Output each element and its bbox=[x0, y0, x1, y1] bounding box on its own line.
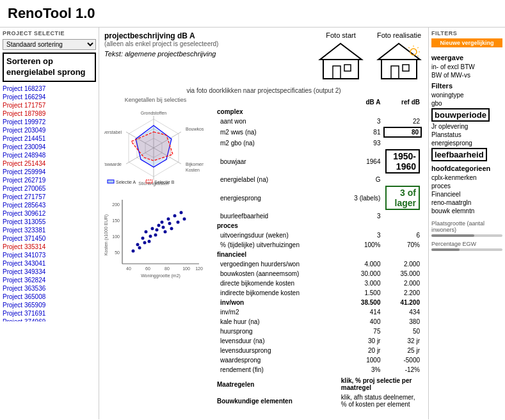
project-item[interactable]: Project 365008 bbox=[3, 293, 96, 301]
svg-text:Bijkomende: Bijkomende bbox=[186, 162, 204, 167]
section-proces: proces bbox=[215, 222, 422, 230]
row-buurleefbaarheid: buurleefbaarheid 3 bbox=[215, 212, 422, 220]
project-item[interactable]: Project 285643 bbox=[3, 201, 96, 209]
filter-in-excl-btw[interactable]: in- of excl BTW bbox=[431, 63, 502, 71]
svg-point-52 bbox=[145, 230, 148, 234]
project-item[interactable]: Project 363536 bbox=[3, 284, 96, 293]
project-item[interactable]: Project 349334 bbox=[3, 268, 96, 276]
svg-point-54 bbox=[151, 227, 154, 230]
project-item[interactable]: Project 362824 bbox=[3, 276, 96, 284]
project-desc-text: Tekst: algemene projectbeschrijving bbox=[104, 50, 310, 58]
filter-proces[interactable]: proces bbox=[431, 182, 502, 190]
row-bouwkosten: bouwkosten (aanneemsom) 30.000 35.000 bbox=[215, 270, 422, 278]
row-m2-wws: m2 wws (na) 81 80 bbox=[215, 127, 422, 138]
project-item[interactable]: Project 262719 bbox=[3, 176, 96, 184]
filter-planstatus[interactable]: Planstatus bbox=[431, 131, 502, 139]
project-item[interactable]: Project 371450 bbox=[3, 234, 96, 243]
plaatsgrootte-label: Plaatsgrootte (aantal inwoners) bbox=[431, 220, 502, 233]
svg-point-64 bbox=[183, 218, 186, 221]
photos-area: Foto start Foto realisatie bbox=[317, 31, 423, 83]
filter-woningtype[interactable]: woningtype bbox=[431, 91, 502, 99]
filter-energiesprong[interactable]: energiesprong bbox=[431, 139, 502, 147]
project-item[interactable]: Project 251434 bbox=[3, 159, 96, 168]
foto-start-container[interactable]: Foto start bbox=[317, 31, 365, 83]
sort-select[interactable]: Standaard sortering bbox=[3, 39, 96, 50]
row-vergoedingen: vergoedingen huurders/won 4.000 2.000 bbox=[215, 260, 422, 268]
svg-text:200: 200 bbox=[112, 202, 120, 207]
bouwjaar-highlight: 1950-1960 bbox=[385, 149, 420, 174]
project-item[interactable]: Project 313055 bbox=[3, 218, 96, 226]
project-item[interactable]: Project 168237 bbox=[3, 85, 96, 93]
svg-text:Selectie B: Selectie B bbox=[154, 180, 175, 184]
row-kale-huur: kale huur (na) 400 380 bbox=[215, 318, 422, 326]
foto-start-icon[interactable] bbox=[317, 40, 365, 82]
foto-start-label: Foto start bbox=[317, 31, 365, 39]
svg-point-66 bbox=[143, 241, 147, 245]
project-desc: projectbeschrijving dB A (alleen als enk… bbox=[104, 31, 310, 58]
filter-bouwk-elemntn[interactable]: bouwk elemntn bbox=[431, 207, 502, 215]
right-sidebar: FILTERS Nieuwe vergelijking weergave in-… bbox=[428, 28, 505, 419]
project-item[interactable]: Project 166294 bbox=[3, 93, 96, 101]
svg-rect-6 bbox=[391, 66, 399, 79]
project-item[interactable]: Project 371691 bbox=[3, 309, 96, 318]
row-waardesprong: waardesprong 1000 -5000 bbox=[215, 356, 422, 364]
svg-text:60: 60 bbox=[145, 266, 150, 271]
project-item[interactable]: Project 248948 bbox=[3, 151, 96, 159]
project-item[interactable]: Project 365909 bbox=[3, 301, 96, 309]
nieuwe-vergelijking-button[interactable]: Nieuwe vergelijking bbox=[431, 38, 502, 47]
row-uitvoeringsduur: uitvoeringsduur (weken) 3 6 bbox=[215, 231, 422, 239]
scatter-chart: 200 150 100 50 40 60 80 100 120 Woninggr… bbox=[104, 197, 204, 280]
project-item[interactable]: Project 199972 bbox=[3, 118, 96, 126]
project-item[interactable]: Project 309612 bbox=[3, 209, 96, 218]
row-inv-won: inv/won 38.500 41.200 bbox=[215, 298, 422, 307]
foto-realisatie-label: Foto realisatie bbox=[375, 31, 423, 39]
svg-rect-32 bbox=[108, 180, 114, 183]
svg-line-12 bbox=[417, 56, 419, 56]
project-item[interactable]: Project 187989 bbox=[3, 109, 96, 118]
svg-text:Grondstoffen: Grondstoffen bbox=[141, 111, 166, 115]
svg-rect-7 bbox=[403, 65, 409, 71]
project-item[interactable]: Project 171757 bbox=[3, 101, 96, 109]
filter-jr-oplevering[interactable]: Jr oplevering bbox=[431, 122, 502, 131]
svg-point-67 bbox=[149, 235, 152, 238]
data-table: dB A ref dB complex aant won 3 22 m2 wws… bbox=[214, 97, 423, 410]
filter-bouwperiode[interactable]: bouwperiode bbox=[431, 108, 490, 122]
filter-reno-maatrgln[interactable]: reno-maatrgln bbox=[431, 198, 502, 207]
svg-point-65 bbox=[138, 246, 141, 250]
plaatsgrootte-slider[interactable] bbox=[431, 234, 502, 237]
svg-point-51 bbox=[141, 237, 145, 240]
svg-text:Bouwkosten (m2): Bouwkosten (m2) bbox=[186, 127, 204, 132]
filter-gbo[interactable]: gbo bbox=[431, 99, 502, 108]
project-item[interactable]: Project 271757 bbox=[3, 193, 96, 201]
maatregelen-row: Maatregelen klik, % proj selectie per ma… bbox=[215, 375, 422, 392]
project-item[interactable]: Project 335314 bbox=[3, 243, 96, 251]
svg-text:100: 100 bbox=[112, 234, 120, 239]
project-item[interactable]: Project 341073 bbox=[3, 251, 96, 259]
project-item[interactable]: Project 230094 bbox=[3, 143, 96, 151]
filter-financieel[interactable]: Financieel bbox=[431, 190, 502, 198]
project-item[interactable]: Project 343041 bbox=[3, 259, 96, 268]
project-item[interactable]: Project 374969 bbox=[3, 318, 96, 321]
row-inv-m2: inv/m2 414 434 bbox=[215, 308, 422, 316]
project-item[interactable]: Project 323381 bbox=[3, 226, 96, 234]
svg-text:80: 80 bbox=[164, 266, 170, 271]
project-item[interactable]: Project 214451 bbox=[3, 134, 96, 143]
filter-cplx-kenmerken[interactable]: cplx-kenmerken bbox=[431, 174, 502, 182]
svg-text:100: 100 bbox=[182, 266, 190, 271]
project-item[interactable]: Project 259994 bbox=[3, 168, 96, 176]
foto-realisatie-icon[interactable] bbox=[375, 40, 423, 82]
svg-text:Overstabel: Overstabel bbox=[104, 130, 122, 134]
svg-point-63 bbox=[180, 211, 183, 214]
percentage-egw-slider[interactable] bbox=[431, 248, 502, 251]
svg-point-69 bbox=[162, 226, 165, 229]
svg-text:Bedrijfswaarde: Bedrijfswaarde bbox=[104, 162, 122, 167]
filter-bw-mw[interactable]: BW of MW-vs bbox=[431, 71, 502, 79]
project-item[interactable]: Project 203049 bbox=[3, 126, 96, 134]
svg-line-13 bbox=[408, 47, 410, 48]
filter-leefbaarheid[interactable]: leefbaarheid bbox=[431, 148, 487, 161]
hoofdcategorieen-title: hoofdcategorieen bbox=[431, 165, 502, 172]
svg-rect-2 bbox=[333, 66, 341, 79]
svg-point-55 bbox=[154, 234, 157, 237]
foto-realisatie-container[interactable]: Foto realisatie bbox=[375, 31, 423, 83]
project-item[interactable]: Project 270065 bbox=[3, 184, 96, 193]
